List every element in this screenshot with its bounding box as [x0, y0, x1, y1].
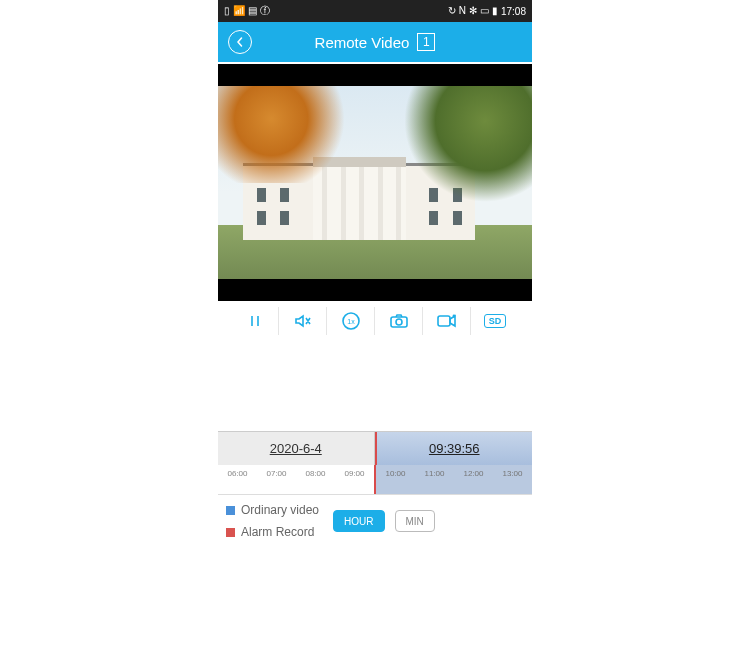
battery-icon: ▮	[492, 6, 498, 16]
record-button[interactable]	[423, 307, 471, 335]
tick: 07:00	[266, 469, 286, 478]
svg-point-3	[396, 319, 402, 325]
video-player[interactable]	[218, 64, 532, 301]
legend-ordinary-label: Ordinary video	[241, 503, 319, 517]
wifi-icon: ▤	[248, 6, 257, 16]
tick: 09:00	[344, 469, 364, 478]
legend-alarm-label: Alarm Record	[241, 525, 314, 539]
signal-icon: 📶	[233, 6, 245, 16]
facebook-icon: ⓕ	[260, 6, 270, 16]
header-title-wrap: Remote Video 1	[218, 33, 532, 51]
nfc-icon: N	[459, 6, 466, 16]
timeline-ruler[interactable]: 06:00 07:00 08:00 09:00 10:00 11:00 12:0…	[218, 465, 532, 495]
video-frame	[218, 86, 532, 279]
sd-icon: SD	[484, 314, 507, 328]
tick: 12:00	[463, 469, 483, 478]
scale-buttons: HOUR MIN	[333, 510, 435, 532]
scale-hour-button[interactable]: HOUR	[333, 510, 384, 532]
tick: 13:00	[502, 469, 522, 478]
tick: 08:00	[305, 469, 325, 478]
hd-icon: ▯	[224, 6, 230, 16]
scale-min-button[interactable]: MIN	[395, 510, 435, 532]
page-title: Remote Video	[315, 34, 410, 51]
snapshot-button[interactable]	[375, 307, 423, 335]
legend-row: Ordinary video Alarm Record HOUR MIN	[218, 495, 532, 543]
speed-button[interactable]: 1x	[327, 307, 375, 335]
vibrate-icon: ▭	[480, 6, 489, 16]
mute-button[interactable]	[279, 307, 327, 335]
legend-ordinary: Ordinary video	[226, 503, 319, 517]
status-left: ▯ 📶 ▤ ⓕ	[224, 6, 270, 16]
status-bar: ▯ 📶 ▤ ⓕ ↻ N ✻ ▭ ▮ 17:08	[218, 0, 532, 22]
quality-button[interactable]: SD	[471, 307, 519, 335]
loop-icon: ↻	[448, 6, 456, 16]
tick: 06:00	[227, 469, 247, 478]
svg-text:1x: 1x	[347, 318, 355, 325]
app-header: Remote Video 1	[218, 22, 532, 62]
legend: Ordinary video Alarm Record	[226, 503, 319, 539]
status-right: ↻ N ✻ ▭ ▮ 17:08	[448, 6, 526, 17]
timeline-ticks-past: 06:00 07:00 08:00 09:00	[218, 465, 374, 494]
playback-controls: 1x SD	[218, 301, 532, 341]
tick: 11:00	[424, 469, 444, 478]
tick: 10:00	[385, 469, 405, 478]
square-blue-icon	[226, 506, 235, 515]
status-time: 17:08	[501, 6, 526, 17]
bluetooth-icon: ✻	[469, 6, 477, 16]
svg-point-5	[452, 315, 455, 318]
phone-screen: ▯ 📶 ▤ ⓕ ↻ N ✻ ▭ ▮ 17:08 Remote Video 1	[218, 0, 532, 656]
square-red-icon	[226, 528, 235, 537]
timeline-header: 2020-6-4 09:39:56	[218, 431, 532, 465]
timeline-date[interactable]: 2020-6-4	[218, 432, 375, 465]
camera-count-badge[interactable]: 1	[417, 33, 435, 51]
back-button[interactable]	[228, 30, 252, 54]
svg-rect-4	[438, 316, 450, 326]
spacer	[218, 341, 532, 431]
legend-alarm: Alarm Record	[226, 525, 319, 539]
timeline-time[interactable]: 09:39:56	[375, 432, 533, 465]
timeline-ticks-recorded: 10:00 11:00 12:00 13:00	[374, 465, 532, 494]
pause-button[interactable]	[231, 307, 279, 335]
